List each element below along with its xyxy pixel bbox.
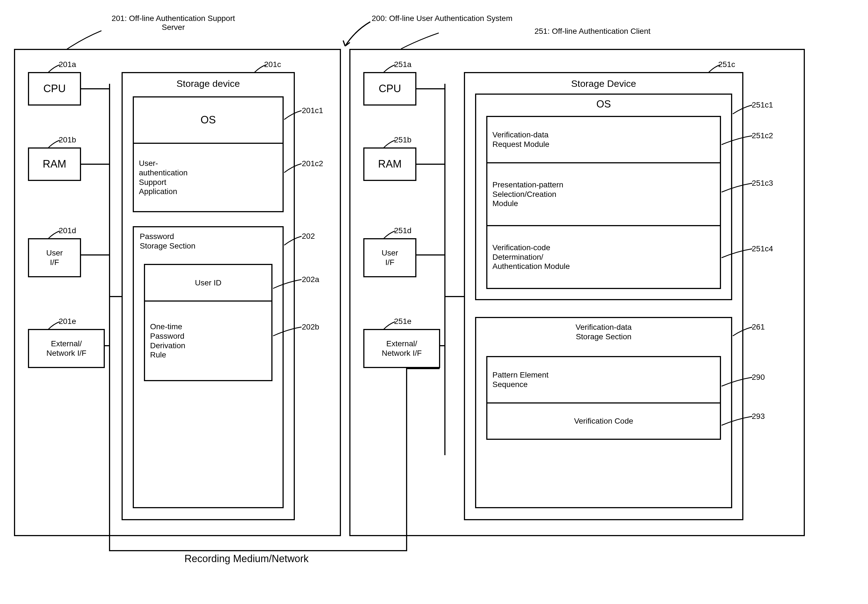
server-uasa-box: User-authenticationSupportApplication [133,144,284,212]
server-storage-label: Storage device [122,78,295,89]
server-down-vline [109,455,110,550]
ref-202: 202 [302,232,315,241]
server-bus-vline [109,84,110,455]
server-extif-label: External/Network I/F [46,339,86,358]
ref-251c4: 251c4 [752,244,773,253]
cbus-storage-h [445,296,464,297]
bottom-hline [109,550,407,551]
client-extif-label: External/Network I/F [382,339,422,358]
server-cpu-box: CPU [28,72,81,105]
bus-userif-h [81,254,109,255]
client-vcode-box: Verification Code [486,403,721,440]
bus-cpu-h [81,88,109,90]
server-os-label: OS [201,114,216,127]
client-up-vline [406,368,407,551]
ref-202b: 202b [302,323,319,331]
lead-201c1 [284,110,302,121]
client-bus-vline [444,84,445,455]
cbus-extif-h [440,345,445,346]
client-vdss-label: Verification-dataStorage Section [475,323,732,341]
lead-251c4 [722,248,753,259]
client-vcda-box: Verification-codeDetermination/Authentic… [486,226,721,289]
client-ram-box: RAM [363,147,416,181]
ref-202a: 202a [302,275,319,284]
ref-290: 290 [752,373,765,382]
ref-251a: 251a [394,60,411,69]
client-vcda-label: Verification-codeDetermination/Authentic… [492,243,570,271]
server-userif-box: UserI/F [28,238,81,277]
ref-251c1: 251c1 [752,100,773,110]
server-ram-label: RAM [43,158,66,171]
lead-202a [273,279,302,290]
client-cpu-label: CPU [379,82,401,95]
cbus-ram-h [416,164,444,165]
server-ram-box: RAM [28,147,81,181]
server-os-box: OS [133,96,284,144]
lead-201 [67,28,103,51]
ref-251d: 251d [394,226,411,235]
client-cpu-box: CPU [363,72,416,105]
client-vdreq-box: Verification-dataRequest Module [486,116,721,163]
bus-ram-h [81,164,109,165]
lead-293 [722,416,753,427]
server-cpu-label: CPU [43,82,66,95]
lead-251c1 [733,104,753,115]
server-title: 201: Off-line Authentication Support Ser… [101,14,246,32]
ref-201d: 201d [59,226,76,235]
ref-201b: 201b [59,136,76,144]
client-extif-box: External/Network I/F [363,329,440,368]
bottom-label: Recording Medium/Network [184,553,308,565]
ref-201e: 201e [59,317,76,326]
lead-251c3 [722,182,753,193]
server-uasa-label: User-authenticationSupportApplication [139,159,188,196]
server-userid-box: User ID [144,264,273,301]
client-pes-box: Pattern ElementSequence [486,356,721,403]
bus-extif-h [105,345,110,346]
ref-251c2: 251c2 [752,131,773,140]
server-otp-box: One-timePasswordDerivationRule [144,301,273,381]
ref-251c3: 251c3 [752,179,773,188]
arrow-200 [341,20,375,50]
server-otp-label: One-timePasswordDerivationRule [150,322,185,359]
lead-261 [733,326,753,337]
lead-201c2 [284,163,302,174]
client-vcode-label: Verification Code [574,416,633,426]
ref-201a: 201a [59,60,76,69]
lead-202b [273,326,302,337]
ref-251b: 251b [394,136,411,144]
lead-202 [284,235,302,247]
client-pps-label: Presentation-patternSelection/CreationMo… [492,180,563,208]
server-title-text: 201: Off-line Authentication Support Ser… [101,14,246,32]
bus-storage-h [110,296,122,297]
server-userif-label: UserI/F [46,248,63,267]
ref-293: 293 [752,412,765,421]
diagram-canvas: 200: Off-line User Authentication System… [11,11,857,593]
client-pes-label: Pattern ElementSequence [492,370,549,389]
client-pps-box: Presentation-patternSelection/CreationMo… [486,163,721,226]
client-storage-label: Storage Device [464,78,743,89]
lead-290 [722,377,753,388]
lead-251 [401,31,440,51]
client-extif-down-h [406,368,440,369]
server-userid-label: User ID [195,278,222,287]
system-title-200: 200: Off-line User Authentication System [372,14,513,23]
server-extif-box: External/Network I/F [28,329,105,368]
client-title: 251: Off-line Authentication Client [439,27,746,36]
lead-251c2 [722,135,753,146]
client-os-label: OS [475,98,732,110]
client-userif-box: UserI/F [363,238,416,277]
ref-201c1: 201c1 [302,106,323,115]
client-ram-label: RAM [378,158,401,171]
server-pss-label: PasswordStorage Section [140,232,251,250]
ref-201c2: 201c2 [302,159,323,168]
client-userif-label: UserI/F [381,248,398,267]
cbus-userif-h [416,254,444,255]
client-vdreq-label: Verification-dataRequest Module [492,130,549,149]
ref-261: 261 [752,323,765,331]
cbus-cpu-h [416,88,444,90]
ref-251e: 251e [394,317,411,326]
